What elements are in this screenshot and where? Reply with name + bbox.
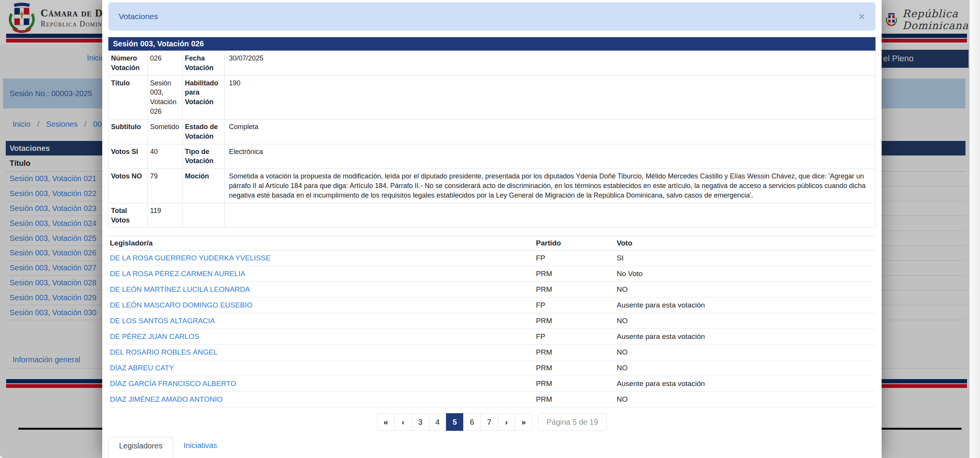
vote-cell: Ausente para esta votación xyxy=(615,329,875,345)
votacion-detail-header: Sesión 003, Votación 026 xyxy=(108,37,875,51)
detail-value xyxy=(225,203,875,228)
pagination-first-button[interactable]: « xyxy=(377,413,395,431)
legislator-link[interactable]: DEL ROSARIO ROBLES ÁNGEL xyxy=(110,348,217,356)
modal-tabs: Legisladores Iniciativas xyxy=(108,437,875,458)
detail-label: Tipo de Votación xyxy=(183,144,225,169)
pagination-summary: Página 5 de 19 xyxy=(538,413,607,431)
detail-label: Moción xyxy=(183,169,225,203)
table-row: Total Votos 119 xyxy=(109,203,875,228)
pagination-page-7[interactable]: 7 xyxy=(480,413,498,431)
table-row: DÍAZ JIMÉNEZ AMADO ANTONIO PRM NO xyxy=(108,392,875,407)
table-row: DEL ROSARIO ROBLES ÁNGEL PRM NO xyxy=(108,345,875,360)
pagination-page-4[interactable]: 4 xyxy=(429,413,446,431)
legislator-link[interactable]: DE LOS SANTOS ALTAGRACIA xyxy=(110,317,215,325)
legislator-link[interactable]: DÍAZ JIMÉNEZ AMADO ANTONIO xyxy=(110,395,222,403)
vote-cell: NO xyxy=(615,360,875,376)
table-row: DE LA ROSA GUERRERO YUDERKA YVELISSE FP … xyxy=(108,250,875,266)
screen: Cámara de Diputados República Dominicana… xyxy=(0,0,980,458)
detail-label: Votos SI xyxy=(109,144,148,169)
vote-cell: NO xyxy=(615,282,875,298)
detail-value: 026 xyxy=(148,51,183,76)
scrollbar-track[interactable] xyxy=(969,0,980,458)
detail-value: 30/07/2025 xyxy=(225,51,875,76)
col-legislador: Legislador/a xyxy=(108,236,534,250)
pagination-last-button[interactable]: » xyxy=(515,413,532,431)
vote-cell: Ausente para esta votación xyxy=(615,298,875,313)
table-row: DE LOS SANTOS ALTAGRACIA PRM NO xyxy=(108,313,875,329)
table-row: DÍAZ ABREU CATY PRM NO xyxy=(108,360,875,376)
vote-cell: NO xyxy=(615,392,875,407)
legislator-link[interactable]: DE LA ROSA GUERRERO YUDERKA YVELISSE xyxy=(110,254,271,262)
detail-value: 119 xyxy=(148,203,183,228)
table-row: Votos NO 79 Moción Sometida a votación l… xyxy=(109,169,875,203)
detail-label: Número Votación xyxy=(109,51,148,76)
vote-cell: NO xyxy=(615,345,875,360)
detail-value: 79 xyxy=(148,169,183,203)
party-cell: PRM xyxy=(534,266,615,282)
modal-header: Votaciones × xyxy=(108,2,875,31)
tab-iniciativas[interactable]: Iniciativas xyxy=(183,437,217,454)
party-cell: PRM xyxy=(534,313,615,329)
legislator-link[interactable]: DE LEÓN MASCARO DOMINGO EUSEBIO xyxy=(110,301,253,309)
party-cell: PRM xyxy=(534,376,615,392)
col-partido: Partido xyxy=(534,236,615,250)
table-row: DE LA ROSA PÉREZ CARMEN AURELIA PRM No V… xyxy=(108,266,875,282)
table-row: DÍAZ GARCÍA FRANCISCO ALBERTO PRM Ausent… xyxy=(108,376,875,392)
tab-legisladores[interactable]: Legisladores xyxy=(108,437,173,458)
detail-label: Subtitulo xyxy=(109,119,148,144)
votacion-detail-table: Número Votación 026 Fecha Votación 30/07… xyxy=(108,51,875,228)
modal-title: Votaciones xyxy=(119,12,158,21)
party-cell: FP xyxy=(534,298,615,313)
detail-value: 190 xyxy=(225,75,875,119)
col-voto: Voto xyxy=(615,236,875,250)
vote-cell: No Voto xyxy=(615,266,875,282)
table-row: Título Sesión 003, Votación 026 Habilita… xyxy=(109,75,875,119)
table-row: DE LEÓN MARTÍNEZ LUCILA LEONARDA PRM NO xyxy=(108,282,875,298)
table-row: Subtitulo Sometido Estado de Votación Co… xyxy=(109,119,875,144)
detail-label: Habilitado para Votación xyxy=(183,75,225,119)
detail-label xyxy=(183,203,225,228)
pagination-prev-button[interactable]: ‹ xyxy=(394,413,412,431)
detail-value: Sesión 003, Votación 026 xyxy=(148,75,183,119)
legislator-link[interactable]: DÍAZ ABREU CATY xyxy=(110,364,174,372)
party-cell: PRM xyxy=(534,360,615,376)
legislator-link[interactable]: DE LA ROSA PÉREZ CARMEN AURELIA xyxy=(110,270,245,278)
detail-value: Electrónica xyxy=(225,144,875,169)
party-cell: PRM xyxy=(534,282,615,298)
party-cell: FP xyxy=(534,329,615,345)
detail-label: Título xyxy=(109,75,148,119)
vote-cell: Ausente para esta votación xyxy=(615,376,875,392)
close-icon[interactable]: × xyxy=(858,11,865,22)
pagination-page-6[interactable]: 6 xyxy=(463,413,481,431)
vote-cell: NO xyxy=(615,313,875,329)
table-row: Votos SI 40 Tipo de Votación Electrónica xyxy=(109,144,875,169)
party-cell: PRM xyxy=(534,345,615,360)
pagination-next-button[interactable]: › xyxy=(498,413,515,431)
detail-value: Sometido xyxy=(148,119,183,144)
pagination: « ‹ 3 4 5 6 7 › » Página 5 de 19 xyxy=(108,413,875,431)
party-cell: PRM xyxy=(534,392,615,407)
party-cell: FP xyxy=(534,250,615,266)
table-row: DE LEÓN MASCARO DOMINGO EUSEBIO FP Ausen… xyxy=(108,298,875,313)
detail-label: Total Votos xyxy=(109,203,148,228)
detail-value: 40 xyxy=(148,144,183,169)
pagination-page-3[interactable]: 3 xyxy=(412,413,429,431)
detail-label: Estado de Votación xyxy=(183,119,225,144)
legislator-link[interactable]: DÍAZ GARCÍA FRANCISCO ALBERTO xyxy=(110,379,236,388)
table-row: Número Votación 026 Fecha Votación 30/07… xyxy=(109,51,875,76)
pagination-page-5-active[interactable]: 5 xyxy=(446,413,464,431)
legislator-link[interactable]: DE LEÓN MARTÍNEZ LUCILA LEONARDA xyxy=(110,285,250,293)
detail-value: Completa xyxy=(225,119,875,144)
votaciones-modal: Votaciones × Sesión 003, Votación 026 Nú… xyxy=(102,0,882,458)
vote-cell: SI xyxy=(615,250,875,266)
detail-label: Fecha Votación xyxy=(183,51,225,76)
mocion-text: Sometida a votación la propuesta de modi… xyxy=(225,169,875,203)
detail-label: Votos NO xyxy=(109,169,148,203)
table-row: DE PÉREZ JUAN CARLOS FP Ausente para est… xyxy=(108,329,875,345)
legislators-table: Legislador/a Partido Voto DE LA ROSA GUE… xyxy=(108,236,875,407)
table-header-row: Legislador/a Partido Voto xyxy=(108,236,875,250)
legislator-link[interactable]: DE PÉREZ JUAN CARLOS xyxy=(110,332,199,340)
